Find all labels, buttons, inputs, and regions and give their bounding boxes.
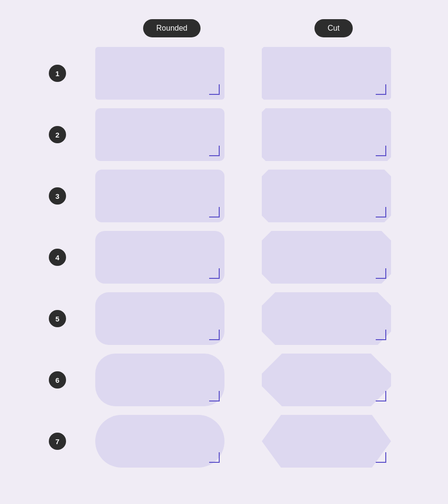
cut-shape-4	[262, 231, 391, 284]
corner-mark-c3	[376, 207, 386, 218]
rounded-rect-4	[95, 231, 224, 284]
shape-row: 6	[38, 354, 410, 406]
cut-shape-2	[262, 108, 391, 161]
rounded-rect-5	[95, 292, 224, 345]
cut-rect-3	[262, 170, 391, 222]
rounded-rect-1	[95, 47, 224, 100]
shape-row: 5	[38, 292, 410, 345]
rounded-shape-1	[95, 47, 224, 100]
row-number-3: 3	[38, 187, 77, 205]
shapes-pair-6	[77, 354, 410, 406]
corner-mark-r1	[209, 84, 220, 95]
row-number-7: 7	[38, 433, 77, 450]
corner-mark-c1	[376, 84, 386, 95]
shapes-pair-3	[77, 170, 410, 222]
row-number-1: 1	[38, 65, 77, 82]
rounded-shape-6	[95, 354, 224, 406]
rounded-rect-6	[95, 354, 224, 406]
row-number-2: 2	[38, 126, 77, 143]
shape-row: 2	[38, 108, 410, 161]
rounded-rect-3	[95, 170, 224, 222]
cut-rect-6	[262, 354, 391, 406]
cut-rect-5	[262, 292, 391, 345]
shape-row: 1	[38, 47, 410, 100]
corner-mark-r6	[209, 391, 220, 401]
cut-shape-7	[262, 415, 391, 468]
corner-mark-r2	[209, 146, 220, 156]
shapes-pair-7	[77, 415, 410, 468]
rounded-shape-3	[95, 170, 224, 222]
rounded-shape-4	[95, 231, 224, 284]
corner-mark-c6	[376, 391, 386, 401]
rounded-shape-5	[95, 292, 224, 345]
shapes-pair-5	[77, 292, 410, 345]
cut-rect-4	[262, 231, 391, 284]
shape-row: 3	[38, 170, 410, 222]
cut-rect-2	[262, 108, 391, 161]
cut-rect-1	[262, 47, 391, 100]
shapes-pair-2	[77, 108, 410, 161]
corner-mark-r5	[209, 330, 220, 340]
rounded-rect-2	[95, 108, 224, 161]
corner-mark-r4	[209, 268, 220, 279]
rounded-rect-7	[95, 415, 224, 468]
cut-shape-5	[262, 292, 391, 345]
corner-mark-c5	[376, 330, 386, 340]
cut-shape-1	[262, 47, 391, 100]
row-number-5: 5	[38, 310, 77, 327]
corner-mark-c2	[376, 146, 386, 156]
shape-row: 7	[38, 415, 410, 468]
row-number-6: 6	[38, 371, 77, 389]
rows-container: 1 2	[38, 47, 410, 468]
corner-mark-r3	[209, 207, 220, 218]
corner-mark-c7	[376, 452, 386, 463]
corner-mark-r7	[209, 452, 220, 463]
cut-column-label: Cut	[314, 19, 353, 37]
shape-row: 4	[38, 231, 410, 284]
corner-mark-c4	[376, 268, 386, 279]
rounded-shape-7	[95, 415, 224, 468]
header-row: Rounded Cut	[38, 19, 410, 37]
rounded-column-label: Rounded	[143, 19, 201, 37]
cut-shape-6	[262, 354, 391, 406]
cut-shape-3	[262, 170, 391, 222]
rounded-shape-2	[95, 108, 224, 161]
shapes-pair-4	[77, 231, 410, 284]
shapes-pair-1	[77, 47, 410, 100]
cut-rect-7	[262, 415, 391, 468]
row-number-4: 4	[38, 249, 77, 266]
